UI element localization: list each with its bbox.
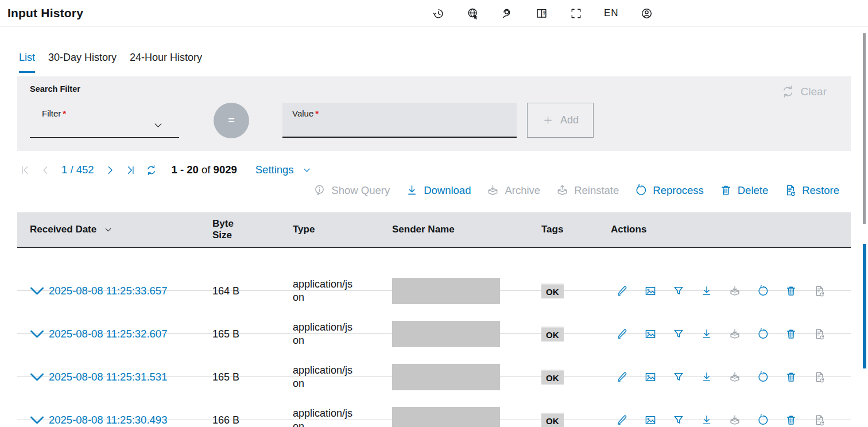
restore-icon[interactable] [813,285,826,297]
history-icon[interactable] [432,7,445,20]
edit-icon[interactable] [616,328,629,340]
filter-icon[interactable] [672,285,685,297]
archive-icon[interactable] [728,328,741,340]
manual-help-icon[interactable] [535,7,548,20]
filter-icon[interactable] [672,371,685,383]
tab-24-hour-history[interactable]: 24-Hour History [130,52,202,73]
user-avatar-icon[interactable] [640,7,653,20]
restore-icon [784,184,797,197]
edit-icon[interactable] [616,285,629,297]
filter-icon[interactable] [672,328,685,340]
status-tag: OK [541,284,564,298]
add-button-label: Add [560,114,579,126]
reprocess-icon[interactable] [757,414,769,426]
search-filter-panel: Search Filter Filter* = Value* Add Clear [17,76,851,151]
fullscreen-icon[interactable] [569,7,583,20]
top-bar: Input History EN [0,0,868,26]
received-date-link[interactable]: 2025-08-08 11:25:33.657 [49,285,167,297]
restore-icon[interactable] [813,371,826,383]
previous-page-button[interactable] [40,164,52,176]
table-row: 2025-08-08 11:25:33.657 164 B applicatio… [17,248,851,291]
tags-cell: OK [541,284,611,298]
reprocess-icon[interactable] [757,328,769,340]
column-type: Type [293,224,392,235]
show-query-button[interactable]: Show Query [313,184,390,197]
view-tabs: List 30-Day History 24-Hour History [19,52,868,73]
byte-size-cell: 165 B [212,328,293,340]
required-asterisk: * [63,108,66,118]
sender-name-cell [392,407,541,427]
refresh-icon [781,84,795,99]
reinstate-label: Reinstate [574,184,619,197]
filter-select[interactable]: Filter* [30,103,179,138]
restore-button[interactable]: Restore [784,184,839,197]
show-query-label: Show Query [331,184,390,197]
chevron-down-icon [301,165,312,176]
download-icon[interactable] [700,328,713,340]
reinstate-button[interactable]: Reinstate [556,184,619,197]
language-selector[interactable]: EN [604,7,619,19]
received-date-link[interactable]: 2025-08-08 11:25:31.531 [49,371,167,383]
archive-icon [486,184,499,197]
add-filter-button[interactable]: Add [527,103,594,138]
next-page-button[interactable] [104,164,116,176]
edit-icon[interactable] [616,414,629,426]
range-numbers: 1 - 20 [172,164,199,176]
received-date-link[interactable]: 2025-08-08 11:25:30.493 [49,414,167,426]
delete-icon[interactable] [785,328,797,340]
type-cell: application/json [293,364,392,391]
reprocess-button[interactable]: Reprocess [634,184,703,197]
info-icon [313,184,326,197]
clear-button-label: Clear [801,86,827,98]
table-scrollbar-thumb[interactable] [863,244,866,368]
settings-button[interactable]: Settings [255,164,312,176]
filter-icon[interactable] [672,414,685,426]
reload-list-button[interactable] [145,164,157,176]
edit-icon[interactable] [616,371,629,383]
download-icon [405,184,418,197]
type-cell: application/json [293,321,392,348]
value-input[interactable]: Value* [282,103,517,138]
received-date-link[interactable]: 2025-08-08 11:25:32.607 [49,328,167,340]
archive-icon[interactable] [728,371,741,383]
clear-filters-button[interactable]: Clear [781,84,827,99]
tags-cell: OK [541,413,611,427]
reprocess-icon[interactable] [757,285,769,297]
delete-icon[interactable] [785,371,797,383]
download-button[interactable]: Download [405,184,471,197]
preview-image-icon[interactable] [644,285,657,297]
preview-image-icon[interactable] [644,414,657,426]
archive-button[interactable]: Archive [486,184,540,197]
reprocess-icon[interactable] [757,371,769,383]
total-count: 9029 [214,164,237,176]
sender-name-cell [392,321,541,347]
column-byte-size: Byte Size [212,218,293,242]
settings-label: Settings [255,164,294,176]
input-history-table: Received Date Byte Size Type Sender Name… [17,212,851,420]
archive-icon[interactable] [728,285,741,297]
tab-30-day-history[interactable]: 30-Day History [48,52,117,73]
column-received-date[interactable]: Received Date [17,224,212,235]
download-icon[interactable] [700,371,713,383]
support-icon[interactable] [501,7,514,20]
download-icon[interactable] [700,285,713,297]
input-history-page: Input History EN List 30-Day History 24-… [0,0,868,427]
delete-icon[interactable] [785,414,797,426]
restore-icon[interactable] [813,328,826,340]
delete-icon[interactable] [785,285,797,297]
sender-name-redacted [392,364,500,390]
download-icon[interactable] [700,414,713,426]
archive-icon[interactable] [728,414,741,426]
first-page-button[interactable] [19,164,31,176]
preview-image-icon[interactable] [644,328,657,340]
expand-row-button[interactable] [17,377,49,427]
chevron-down-icon [152,119,164,131]
type-cell: application/json [293,278,392,305]
tab-list[interactable]: List [19,52,35,73]
page-scrollbar-thumb[interactable] [863,33,866,224]
globe-icon[interactable] [466,7,479,20]
last-page-button[interactable] [125,164,137,176]
preview-image-icon[interactable] [644,371,657,383]
restore-icon[interactable] [813,414,826,426]
delete-button[interactable]: Delete [719,184,768,197]
